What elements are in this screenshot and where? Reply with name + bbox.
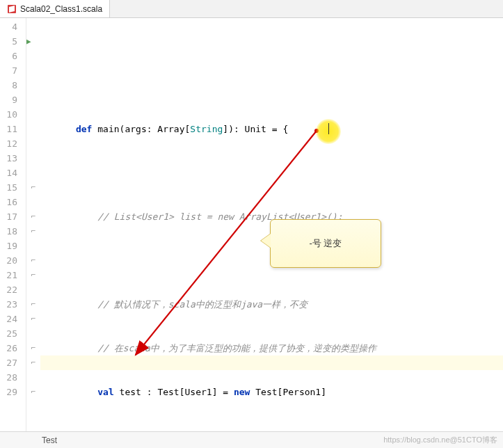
code-line: // 默认情况下，scala中的泛型和java一样，不变: [43, 297, 503, 312]
fold-marker[interactable]: ⌐: [26, 253, 40, 268]
code-line: def main(args: Array[String]): Unit = {: [43, 122, 503, 136]
callout-text: -号 逆变: [310, 237, 342, 250]
fold-marker[interactable]: ⌐: [26, 297, 40, 312]
status-label: Test: [42, 435, 57, 445]
code-line: // 在scala中，为了丰富泛型的功能，提供了协变，逆变的类型操作: [43, 341, 503, 355]
fold-marker[interactable]: ⌐: [26, 341, 40, 355]
fold-marker[interactable]: ⌐: [26, 268, 40, 282]
code-line: val test : Test[User1] = new Test[Person…: [43, 385, 503, 399]
fold-marker[interactable]: ⌐: [26, 385, 40, 399]
text-caret: [328, 123, 329, 134]
line-number-gutter: ▶ 4 5 6 7 8 9 10 11 12 13 14 15 16 17 18…: [0, 18, 26, 431]
scala-file-icon: [7, 4, 17, 14]
tab-filename: Scala02_Class1.scala: [20, 4, 102, 14]
fold-marker[interactable]: ⌐: [26, 224, 40, 239]
fold-marker[interactable]: ⌐: [26, 209, 40, 224]
annotation-callout: -号 逆变: [270, 219, 381, 268]
code-editor[interactable]: ▶ 4 5 6 7 8 9 10 11 12 13 14 15 16 17 18…: [0, 18, 503, 431]
fold-marker[interactable]: ⌐: [26, 312, 40, 326]
fold-column: ⌐ ⌐ ⌐ ⌐ ⌐ ⌐ ⌐ ⌐ ⌐ ⌐: [26, 18, 40, 431]
file-tab[interactable]: Scala02_Class1.scala: [0, 0, 110, 17]
fold-marker[interactable]: ⌐: [26, 180, 40, 195]
watermark: https://blog.csdn.ne@51CTO博客: [383, 435, 497, 445]
fold-marker[interactable]: ⌐: [26, 355, 40, 370]
tab-bar: Scala02_Class1.scala: [0, 0, 503, 18]
code-line: [43, 78, 503, 93]
code-line: [43, 166, 503, 180]
